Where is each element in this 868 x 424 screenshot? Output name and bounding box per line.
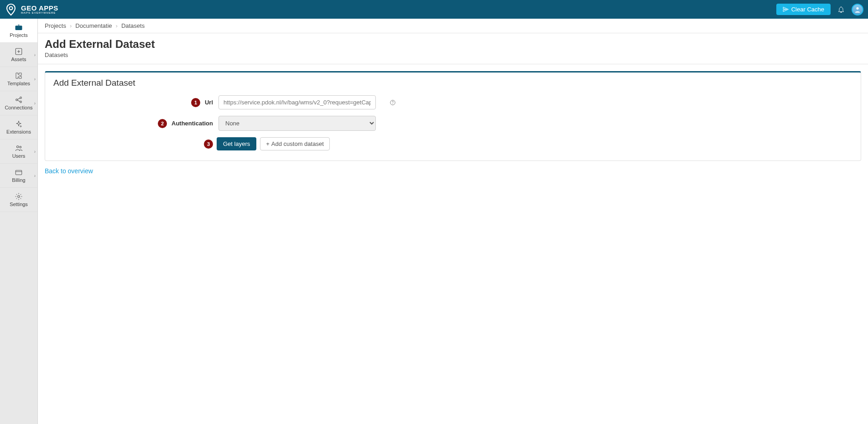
sidebar-item-label: Settings — [10, 202, 28, 207]
users-icon — [14, 144, 23, 152]
chevron-right-icon: › — [70, 22, 72, 29]
chevron-right-icon: › — [34, 101, 36, 106]
authentication-label: Authentication — [172, 120, 213, 127]
main-content: Projects › Documentatie › Datasets Add E… — [38, 19, 868, 424]
chevron-right-icon: › — [34, 149, 36, 154]
svg-point-6 — [17, 146, 19, 148]
page-subtitle: Datasets — [45, 52, 861, 58]
sidebar-item-templates[interactable]: Templates › — [0, 67, 37, 91]
sidebar-item-users[interactable]: Users › — [0, 140, 37, 164]
step-badge-3: 3 — [204, 140, 213, 149]
svg-point-5 — [20, 101, 22, 103]
breadcrumb-link[interactable]: Projects — [45, 22, 66, 29]
add-custom-label: Add custom dataset — [271, 140, 324, 147]
url-label: Url — [205, 99, 213, 106]
logo-tagline: MAPS EVERYWHERE — [21, 11, 58, 14]
user-icon — [854, 6, 861, 13]
svg-point-4 — [20, 97, 22, 99]
back-to-overview-link[interactable]: Back to overview — [45, 167, 93, 175]
sidebar-item-assets[interactable]: Assets › — [0, 43, 37, 67]
svg-rect-8 — [16, 171, 22, 175]
clear-cache-label: Clear Cache — [791, 6, 824, 13]
sidebar-item-label: Connections — [5, 105, 32, 110]
svg-point-9 — [18, 196, 20, 198]
puzzle-icon — [15, 72, 23, 80]
add-external-dataset-panel: Add External Dataset 1 Url — [45, 71, 861, 161]
svg-point-7 — [20, 146, 21, 148]
svg-point-3 — [16, 99, 18, 101]
sidebar-item-billing[interactable]: Billing › — [0, 164, 37, 188]
url-input[interactable] — [218, 95, 376, 109]
plus-square-icon — [15, 47, 23, 56]
svg-point-11 — [392, 103, 393, 104]
share-nodes-icon — [15, 96, 23, 104]
gear-icon — [15, 192, 23, 201]
sidebar-item-projects[interactable]: Projects — [0, 19, 37, 43]
briefcase-icon — [14, 23, 23, 31]
sidebar-item-label: Extensions — [6, 129, 31, 134]
page-header: Add External Dataset Datasets — [38, 33, 868, 64]
user-avatar[interactable] — [852, 4, 863, 16]
notifications-icon[interactable] — [837, 6, 845, 13]
sidebar: Projects Assets › Templates › Connection… — [0, 19, 38, 424]
sidebar-item-settings[interactable]: Settings — [0, 188, 37, 212]
logo-pin-icon — [5, 3, 17, 16]
get-layers-button[interactable]: Get layers — [217, 137, 256, 150]
svg-point-1 — [856, 7, 858, 9]
sidebar-item-label: Users — [12, 153, 26, 159]
topbar: GEO APPS MAPS EVERYWHERE Clear Cache — [0, 0, 868, 19]
page-title: Add External Dataset — [45, 38, 861, 51]
clear-cache-button[interactable]: Clear Cache — [776, 4, 831, 15]
chevron-right-icon: › — [34, 173, 36, 178]
help-icon[interactable] — [390, 99, 396, 106]
breadcrumb-link[interactable]: Documentatie — [75, 22, 112, 29]
chevron-right-icon: › — [116, 22, 118, 29]
plus-icon: + — [266, 140, 270, 147]
authentication-select[interactable]: None — [218, 116, 376, 131]
credit-card-icon — [15, 168, 23, 176]
paper-plane-icon — [783, 6, 789, 12]
step-badge-2: 2 — [158, 119, 167, 128]
breadcrumb: Projects › Documentatie › Datasets — [38, 19, 868, 33]
sidebar-item-label: Billing — [12, 177, 25, 183]
brand[interactable]: GEO APPS MAPS EVERYWHERE — [5, 3, 58, 16]
chevron-right-icon: › — [34, 52, 36, 57]
sidebar-item-extensions[interactable]: Extensions — [0, 115, 37, 140]
panel-title: Add External Dataset — [53, 78, 852, 88]
svg-point-0 — [10, 6, 13, 10]
logo-title: GEO APPS — [21, 5, 58, 11]
sidebar-item-label: Projects — [10, 32, 28, 38]
chevron-right-icon: › — [34, 77, 36, 82]
sparkle-icon — [15, 120, 23, 128]
sidebar-item-connections[interactable]: Connections › — [0, 91, 37, 115]
breadcrumb-link[interactable]: Datasets — [121, 22, 145, 29]
sidebar-item-label: Assets — [11, 57, 26, 62]
sidebar-item-label: Templates — [7, 81, 30, 86]
step-badge-1: 1 — [191, 98, 200, 107]
add-custom-dataset-button[interactable]: + Add custom dataset — [260, 137, 330, 150]
